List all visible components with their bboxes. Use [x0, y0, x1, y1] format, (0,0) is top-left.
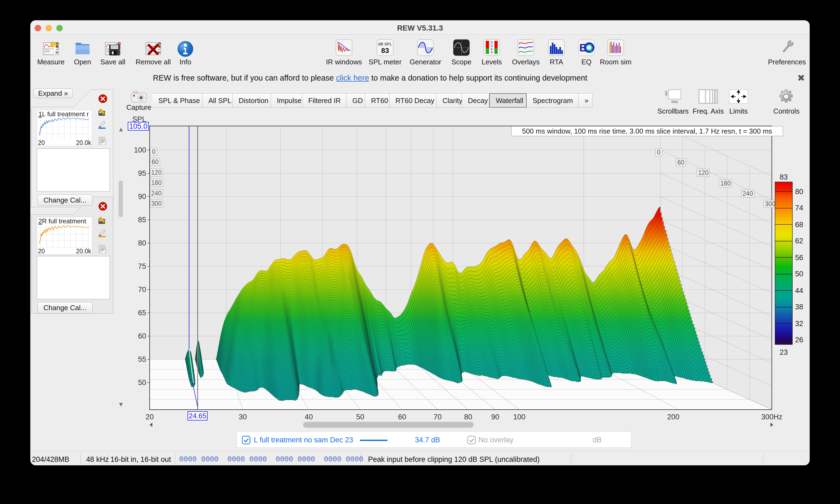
svg-text:2R full treatment: 2R full treatment — [38, 217, 86, 225]
svg-text:1L full treatment r: 1L full treatment r — [38, 110, 89, 118]
svg-text:20.0k: 20.0k — [76, 248, 91, 255]
svg-text:dB SPL: dB SPL — [378, 42, 392, 46]
svg-text:20: 20 — [38, 248, 45, 255]
svg-text:20: 20 — [38, 139, 45, 146]
svg-text:3: 3 — [491, 44, 492, 47]
svg-text:0: 0 — [491, 41, 492, 44]
svg-text:6: 6 — [491, 47, 492, 51]
svg-text:9: 9 — [491, 51, 492, 54]
svg-text:20.0k: 20.0k — [76, 139, 91, 146]
svg-text:Rules: Rules — [116, 43, 121, 45]
svg-text:83: 83 — [381, 47, 389, 55]
